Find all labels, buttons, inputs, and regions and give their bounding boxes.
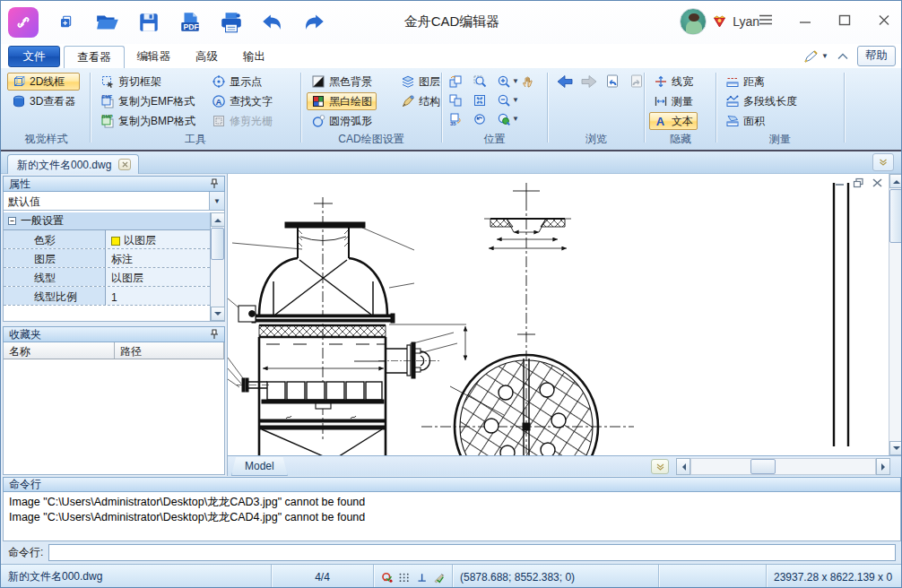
command-message: Image "C:\Users\Administrator\Desktop\龙龙… (9, 495, 895, 510)
properties-header[interactable]: 属性 (3, 176, 225, 192)
favorites-col-name[interactable]: 名称 (4, 342, 115, 359)
rotate-view-button[interactable] (448, 72, 473, 91)
structure-icon (401, 94, 415, 108)
pan-button[interactable] (521, 72, 545, 91)
zoom-previous-button[interactable] (473, 109, 497, 128)
hide-measure-button[interactable]: 测量 (649, 92, 698, 110)
measure-polyline-button[interactable]: 多段线长度 (721, 92, 802, 110)
find-text-button[interactable]: A 查找文字 (207, 92, 277, 110)
smooth-arc-button[interactable]: 圆滑弧形 (307, 112, 377, 130)
copy-bmp-button[interactable]: BMP 复制为BMP格式 (96, 112, 200, 130)
tab-viewer[interactable]: 查看器 (64, 46, 125, 68)
command-prompt-label: 命令行: (8, 545, 43, 560)
property-row[interactable]: 线型 以图层 (4, 268, 210, 287)
preset-dropdown-icon[interactable]: ▼ (209, 192, 224, 210)
zoom-in-button[interactable]: ▼ (497, 72, 521, 91)
measure-area-button[interactable]: 面积 (721, 112, 802, 130)
tab-file[interactable]: 文件 (8, 46, 60, 67)
scroll-up-icon[interactable] (889, 174, 902, 188)
rotate-angle-button[interactable]: 35 (448, 109, 473, 128)
black-background-icon (311, 74, 325, 89)
tab-advanced[interactable]: 高级 (183, 46, 230, 68)
show-points-icon (212, 74, 226, 89)
canvas-vscrollbar[interactable] (889, 174, 902, 455)
show-points-button[interactable]: 显示点 (207, 73, 277, 91)
view-undo-button[interactable] (604, 74, 621, 90)
structure-button[interactable]: 结构 (396, 92, 445, 110)
measure-distance-button[interactable]: 距离 (721, 73, 802, 91)
color-swatch (111, 237, 120, 246)
fit-window-button[interactable] (473, 91, 497, 109)
property-group-row[interactable]: 一般设置 (4, 212, 210, 230)
tab-editor[interactable]: 编辑器 (125, 46, 184, 68)
zoom-extents-icon (497, 112, 511, 126)
hide-text-button[interactable]: A 文本 (649, 112, 698, 130)
layout-chevron-button[interactable] (651, 459, 669, 474)
draw-check-toggle-icon[interactable] (433, 570, 445, 584)
copy-view-button[interactable] (448, 91, 473, 109)
document-tab[interactable]: 新的文件名000.dwg (7, 154, 139, 174)
wireframe-2d-button[interactable]: 2D线框 (7, 73, 80, 91)
favorites-list[interactable] (4, 359, 224, 472)
properties-panel: 属性 默认值 ▼ 一般设置 色彩 以图层 图层 标注 线型 以图层 线型比例 1 (3, 176, 225, 322)
copy-emf-button[interactable]: EMF 复制为EMF格式 (96, 92, 200, 110)
pin-icon[interactable] (210, 178, 219, 189)
annotate-pen-button[interactable]: ▼ (803, 49, 828, 64)
mdi-minimize-icon[interactable] (834, 177, 846, 188)
trim-raster-icon (212, 114, 226, 128)
scroll-up-icon[interactable] (211, 212, 225, 227)
properties-scrollbar[interactable] (210, 212, 224, 321)
zoom-extents-button[interactable]: ▼ (497, 109, 521, 128)
osnap-toggle-icon[interactable] (381, 570, 393, 584)
view-back-button[interactable] (556, 74, 574, 90)
mdi-restore-icon[interactable] (853, 177, 864, 188)
favorites-col-path[interactable]: 路径 (115, 342, 224, 359)
property-row[interactable]: 图层 标注 (4, 249, 210, 268)
property-row[interactable]: 线型比例 1 (4, 287, 210, 306)
drawing-canvas[interactable]: Model (227, 174, 902, 476)
canvas-hscrollbar[interactable] (676, 458, 890, 475)
document-tab-close-icon[interactable] (118, 159, 131, 170)
favorites-header[interactable]: 收藏夹 (3, 326, 225, 342)
close-button[interactable] (874, 10, 894, 30)
maximize-button[interactable] (835, 10, 854, 30)
black-background-button[interactable]: 黑色背景 (307, 73, 377, 91)
zoom-out-button[interactable]: ▼ (497, 91, 521, 109)
scroll-down-icon[interactable] (889, 441, 902, 455)
svg-text:35: 35 (450, 121, 456, 126)
command-output: Image "C:\Users\Administrator\Desktop\龙龙… (3, 492, 901, 541)
scroll-down-icon[interactable] (211, 307, 225, 321)
property-row[interactable]: 色彩 以图层 (4, 230, 210, 249)
tab-model[interactable]: Model (231, 457, 288, 476)
scroll-thumb[interactable] (211, 228, 224, 260)
status-spacer (659, 565, 767, 588)
command-input[interactable] (48, 544, 896, 561)
grid-toggle-icon[interactable] (398, 570, 410, 584)
mdi-close-icon[interactable] (872, 177, 883, 188)
hide-linewidth-button[interactable]: 线宽 (649, 73, 698, 91)
pin-icon[interactable] (210, 329, 219, 340)
command-panel-header[interactable]: 命令行 (3, 477, 901, 492)
docbar-chevron-button[interactable] (872, 153, 894, 171)
bw-drawing-button[interactable]: 黑白绘图 (307, 92, 377, 110)
ortho-toggle-icon[interactable] (416, 570, 428, 584)
minimize-button[interactable] (795, 10, 815, 30)
collapse-minus-icon[interactable] (8, 217, 16, 225)
collapse-ribbon-button[interactable] (837, 53, 848, 60)
user-avatar[interactable] (680, 8, 707, 35)
scroll-thumb[interactable] (889, 189, 902, 243)
clip-frame-button[interactable]: 剪切框架 (96, 73, 200, 91)
layers-button[interactable]: 图层 (396, 73, 445, 91)
scroll-thumb[interactable] (750, 459, 776, 474)
zoom-window-button[interactable] (473, 72, 497, 91)
preset-select[interactable]: 默认值 (4, 192, 209, 210)
distance-icon (725, 74, 740, 89)
tab-output[interactable]: 输出 (230, 46, 278, 68)
main-menu-button[interactable] (756, 10, 776, 30)
scroll-right-icon[interactable] (876, 458, 890, 475)
scroll-left-icon[interactable] (676, 458, 690, 475)
help-button[interactable]: 帮助 (857, 46, 896, 66)
group-measure: 距离 多段线长度 面积 测量 (718, 68, 842, 150)
find-text-icon: A (212, 94, 226, 108)
viewer-3d-button[interactable]: 3D查看器 (7, 92, 80, 110)
